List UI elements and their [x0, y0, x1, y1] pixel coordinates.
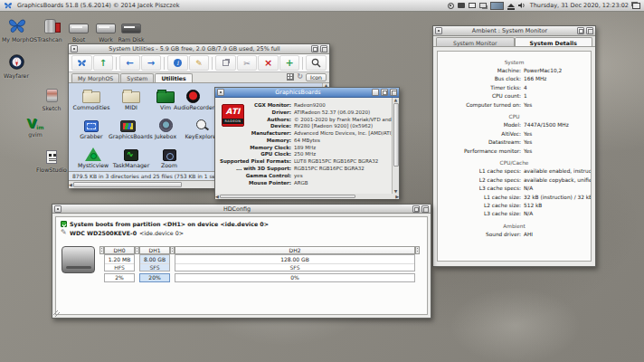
tab-utilities[interactable]: Utilities	[155, 73, 192, 82]
partition-cell-dh1[interactable]: 8.00 GB SFS	[139, 254, 170, 272]
desktop-icon-ram-disk[interactable]: Ram Disk	[116, 15, 147, 43]
windows-stack-icon[interactable]	[479, 3, 487, 8]
depth-icon[interactable]	[577, 27, 584, 34]
tab-system[interactable]: System	[120, 73, 154, 82]
partition-drag-handle[interactable]	[415, 246, 420, 254]
screen-icon[interactable]	[458, 3, 465, 8]
desktop-icon-sketch[interactable]: Sketch	[36, 84, 67, 111]
app-icon-zoom[interactable]: Zoom	[150, 145, 188, 168]
gpu-info-list: CGX Monitor:Radeon9200 Driver:ATIRadeon …	[219, 103, 388, 186]
close-icon[interactable]	[435, 27, 442, 34]
scroll-thumb[interactable]	[393, 103, 399, 167]
screengrab-icon	[84, 120, 99, 132]
sysutils-titlebar[interactable]: System Utilities - 5.9 GB free, 2.0 GB/7…	[69, 44, 329, 54]
system-monitor-window: Ambient : System Monitor System Monitor …	[432, 25, 596, 267]
zoom-gadget-icon[interactable]	[320, 45, 327, 52]
butterfly-icon	[77, 59, 87, 67]
app-icon-grabber[interactable]: Grabber	[72, 116, 110, 139]
status-text: 879.5 KB in 3 directories and 25 files (…	[72, 173, 234, 179]
window-outline-icon[interactable]	[469, 3, 476, 8]
partition-header-dh1[interactable]: DH1	[139, 246, 170, 254]
edit-device-icon[interactable]	[61, 230, 67, 236]
partition-used-dh1: 20%	[139, 273, 170, 282]
grid-view-icon[interactable]	[287, 73, 294, 81]
desktop-icon-trashcan[interactable]: Trashcan	[34, 15, 65, 43]
hdconfig-titlebar[interactable]: HDConfig	[52, 205, 431, 214]
forward-button[interactable]: →	[141, 55, 162, 71]
partition-filesystem: SFS	[175, 263, 414, 272]
search-icon	[311, 58, 321, 68]
section-header: System	[438, 60, 591, 65]
desktop-icon-gvim[interactable]: Vim gvim	[20, 112, 51, 138]
close-icon[interactable]	[217, 89, 224, 96]
toolbar-separator	[302, 57, 303, 70]
zoom-gadget-icon[interactable]	[586, 27, 593, 34]
sysmon-titlebar[interactable]: Ambient : System Monitor	[433, 26, 595, 36]
cut-button[interactable]: ✂	[237, 55, 258, 71]
tab-my-morphos[interactable]: My MorphOS	[71, 73, 119, 82]
morphos-logo-icon[interactable]	[4, 2, 13, 9]
partition-cell-dh2[interactable]: 128.00 GB SFS	[175, 254, 415, 272]
new-drawer-button[interactable]: +	[279, 55, 300, 71]
sysutils-tabrow: My MorphOS System Utilities ↻ Icon	[69, 72, 329, 83]
delete-button[interactable]: ×	[258, 55, 279, 71]
close-icon[interactable]	[54, 205, 62, 213]
desktop-icon-wayfarer[interactable]: Wayfarer	[1, 52, 32, 79]
back-button[interactable]: ←	[119, 55, 140, 71]
zoom-gadget-icon[interactable]	[390, 89, 397, 96]
scroll-right-icon[interactable]: ▶	[395, 194, 399, 199]
screen-preview-thumbnail[interactable]	[490, 2, 504, 10]
activity-icon	[124, 149, 138, 161]
snapshot-icon[interactable]	[372, 89, 379, 96]
depth-icon[interactable]	[381, 89, 388, 96]
partition-header-dh2[interactable]: DH2	[175, 246, 415, 254]
duplicate-button[interactable]	[215, 55, 236, 71]
scroll-left-icon[interactable]: ◀	[69, 182, 72, 187]
app-icon-mysticview[interactable]: Mysticview	[74, 145, 112, 168]
sysmon-tabs: System Monitor System Details	[433, 36, 595, 47]
tab-system-monitor[interactable]: System Monitor	[436, 37, 515, 46]
resize-handle[interactable]	[53, 310, 60, 317]
desktop-icon-flowstudio[interactable]: FlowStudio	[36, 146, 67, 173]
search-button[interactable]	[306, 55, 327, 71]
app-icon-taskmanager[interactable]: TaskManager	[112, 145, 150, 168]
partition-header-dh0[interactable]: DH0	[104, 246, 135, 254]
eject-icon[interactable]	[507, 4, 515, 7]
home-button[interactable]	[71, 55, 92, 71]
partition-size: 8.00 GB	[140, 255, 169, 263]
scroll-up-icon[interactable]: ▲	[394, 98, 398, 102]
record-icon	[186, 90, 200, 103]
app-icon-graphicsboards[interactable]: GraphicsBoards	[109, 116, 147, 139]
graphicsboards-titlebar[interactable]: GraphicsBoards	[215, 88, 399, 98]
disk-icon	[96, 24, 116, 33]
tab-system-details[interactable]: System Details	[515, 37, 593, 46]
depth-icon[interactable]	[412, 205, 420, 213]
scroll-down-icon[interactable]: ▼	[394, 189, 398, 194]
partition-cell-dh0[interactable]: 1.20 MB HFS	[104, 254, 135, 272]
zoom-gadget-icon[interactable]	[421, 205, 429, 213]
app-icon-commodities[interactable]: Commodities	[72, 87, 110, 110]
toolbar-separator	[116, 57, 117, 70]
info-button[interactable]: i	[167, 55, 188, 71]
cpu-monitor-icon[interactable]	[448, 3, 454, 9]
app-icon-jukebox[interactable]: Jukebox	[147, 116, 185, 139]
depth-icon[interactable]	[311, 45, 318, 52]
scroll-thumb[interactable]	[73, 182, 182, 187]
close-icon[interactable]	[71, 45, 78, 52]
view-mode-select[interactable]: Icon	[306, 73, 327, 81]
harddrive-icon	[62, 246, 95, 273]
switch-screen-icon[interactable]	[632, 3, 640, 9]
rename-button[interactable]: ✎	[189, 55, 210, 71]
refresh-icon[interactable]: ↻	[297, 72, 303, 81]
app-icon-midi[interactable]: MIDI	[112, 87, 150, 110]
horizontal-scrollbar[interactable]: ◀ ▶	[215, 194, 399, 199]
vertical-scrollbar[interactable]: ▲ ▼	[392, 98, 399, 194]
desktop-icon-boot[interactable]: Boot	[63, 15, 94, 43]
scroll-thumb[interactable]	[220, 195, 355, 198]
desktop-icon-my-morphos[interactable]: My MorphOS	[2, 15, 33, 43]
parent-dir-button[interactable]: ↑	[93, 55, 114, 71]
scroll-left-icon[interactable]: ◀	[215, 194, 219, 199]
volume-icon[interactable]	[518, 2, 526, 9]
sysmon-details-panel: System Machine:PowerMac10,2 Bus clock:16…	[437, 51, 592, 262]
gpu-screen-icon	[120, 120, 136, 132]
